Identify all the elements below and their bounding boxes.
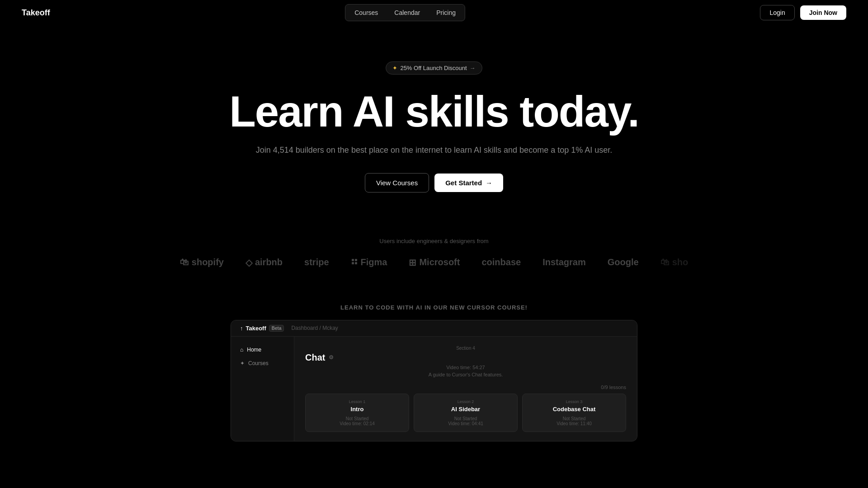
nav-link-calendar[interactable]: Calendar [387, 6, 427, 19]
navbar: Takeoff Courses Calendar Pricing Login J… [0, 0, 868, 25]
dashboard-main: Section 4 Chat ⚙ Video time: 54:27 A gui… [294, 337, 637, 441]
nav-link-pricing[interactable]: Pricing [429, 6, 463, 19]
dashboard-body: ⌂ Home ✦ Courses Section 4 Chat ⚙ Video … [231, 337, 637, 441]
lessons-progress: 0/9 lessons [305, 385, 626, 390]
svg-rect-1 [355, 259, 357, 261]
discount-badge[interactable]: ✦ 25% Off Launch Discount → [386, 61, 482, 75]
nav-actions: Login Join Now [760, 5, 846, 20]
lesson-2-status: Not Started [420, 416, 512, 421]
get-started-button[interactable]: Get Started → [434, 174, 503, 192]
dashboard-logo: ↑ Takeoff Beta [240, 325, 284, 332]
home-label: Home [247, 347, 261, 353]
company-shopify2: 🛍 sho [660, 257, 689, 267]
lesson-2-title: AI Sidebar [420, 406, 512, 413]
shopify2-icon: 🛍 [660, 257, 670, 267]
section-label: Section 4 [305, 346, 626, 351]
airbnb-icon: ◇ [245, 257, 252, 268]
company-google: Google [608, 257, 639, 267]
beta-badge: Beta [269, 325, 284, 332]
hero-title: Learn AI skills today. [22, 89, 846, 135]
companies-row: 🛍 shopify ◇ airbnb stripe Figma ⊞ Micros… [22, 257, 846, 268]
svg-rect-0 [352, 259, 354, 261]
company-figma: Figma [351, 257, 387, 267]
nav-link-courses[interactable]: Courses [347, 6, 385, 19]
section-title: Chat ⚙ [305, 352, 626, 363]
lesson-3-time: Video time: 11:40 [528, 421, 620, 426]
svg-rect-2 [352, 262, 354, 264]
lesson-card-1[interactable]: Lesson 1 Intro Not Started Video time: 0… [305, 394, 409, 432]
get-started-label: Get Started [445, 179, 482, 187]
view-courses-button[interactable]: View Courses [365, 173, 429, 192]
companies-label: Users include engineers & designers from [22, 238, 846, 244]
lesson-1-time: Video time: 02:14 [311, 421, 403, 426]
nav-logo: Takeoff [22, 8, 50, 18]
login-button[interactable]: Login [760, 5, 794, 20]
company-airbnb: ◇ airbnb [245, 257, 283, 268]
breadcrumb: Dashboard / Mckay [291, 325, 338, 331]
badge-star-icon: ✦ [392, 65, 397, 71]
airbnb-label: airbnb [255, 257, 283, 267]
sidebar-item-home[interactable]: ⌂ Home [236, 344, 288, 356]
microsoft-label: Microsoft [419, 257, 460, 267]
section-settings-icon: ⚙ [329, 354, 334, 361]
coinbase-label: coinbase [481, 257, 521, 267]
join-now-button[interactable]: Join Now [800, 5, 846, 20]
hero-section: ✦ 25% Off Launch Discount → Learn AI ski… [0, 25, 868, 220]
shopify2-label: sho [672, 257, 689, 267]
microsoft-icon: ⊞ [409, 257, 416, 268]
lesson-1-title: Intro [311, 406, 403, 413]
hero-buttons: View Courses Get Started → [22, 173, 846, 192]
company-stripe: stripe [304, 257, 329, 267]
cursor-banner: LEARN TO CODE WITH AI IN OUR NEW CURSOR … [22, 304, 846, 311]
dashboard-preview: ↑ Takeoff Beta Dashboard / Mckay ⌂ Home … [231, 320, 637, 441]
lessons-grid: Lesson 1 Intro Not Started Video time: 0… [305, 394, 626, 432]
courses-label: Courses [248, 360, 269, 366]
courses-icon: ✦ [240, 360, 245, 366]
lesson-1-status: Not Started [311, 416, 403, 421]
figma-label: Figma [361, 257, 387, 267]
lesson-3-status: Not Started [528, 416, 620, 421]
home-icon: ⌂ [240, 347, 243, 353]
svg-rect-3 [355, 262, 357, 264]
dashboard-sidebar: ⌂ Home ✦ Courses [231, 337, 294, 441]
lesson-card-2[interactable]: Lesson 2 AI Sidebar Not Started Video ti… [414, 394, 518, 432]
company-instagram: Instagram [542, 257, 586, 267]
company-shopify: 🛍 shopify [180, 257, 224, 267]
company-coinbase: coinbase [481, 257, 521, 267]
shopify-label: shopify [192, 257, 224, 267]
badge-text: 25% Off Launch Discount [400, 65, 467, 71]
instagram-label: Instagram [542, 257, 586, 267]
dashboard-topbar: ↑ Takeoff Beta Dashboard / Mckay [231, 320, 637, 337]
hero-subtitle: Join 4,514 builders on the best place on… [22, 145, 846, 155]
lesson-card-3[interactable]: Lesson 3 Codebase Chat Not Started Video… [522, 394, 626, 432]
figma-icon [351, 257, 358, 267]
google-label: Google [608, 257, 639, 267]
nav-links: Courses Calendar Pricing [345, 4, 465, 21]
lesson-1-num: Lesson 1 [311, 399, 403, 404]
cursor-section: LEARN TO CODE WITH AI IN OUR NEW CURSOR … [0, 295, 868, 441]
companies-section: Users include engineers & designers from… [0, 220, 868, 295]
lesson-3-title: Codebase Chat [528, 406, 620, 413]
lesson-2-num: Lesson 2 [420, 399, 512, 404]
stripe-label: stripe [304, 257, 329, 267]
badge-arrow-icon: → [470, 65, 476, 71]
dashboard-logo-icon: ↑ [240, 325, 243, 332]
lesson-3-num: Lesson 3 [528, 399, 620, 404]
section-desc: A guide to Cursor's Chat features. [305, 372, 626, 377]
company-microsoft: ⊞ Microsoft [409, 257, 460, 268]
dashboard-logo-text: Takeoff [246, 325, 266, 332]
get-started-arrow-icon: → [486, 179, 492, 187]
lesson-2-time: Video time: 04:41 [420, 421, 512, 426]
sidebar-item-courses[interactable]: ✦ Courses [236, 357, 288, 369]
section-meta: Video time: 54:27 [305, 365, 626, 370]
shopify-icon: 🛍 [180, 257, 189, 267]
section-title-text: Chat [305, 352, 325, 363]
